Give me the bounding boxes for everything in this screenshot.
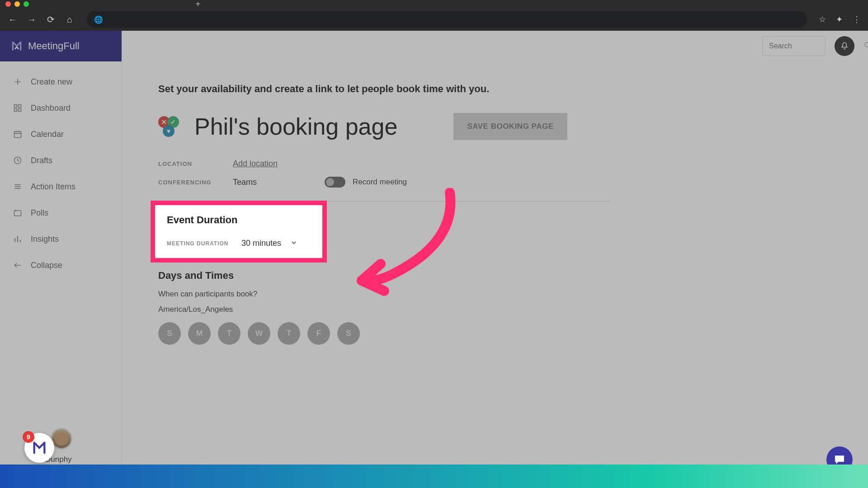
brand-header: MeetingFull [0, 31, 122, 61]
booking-page-icon: ✕ ✓ ♥ [158, 116, 179, 137]
conferencing-value[interactable]: Teams [233, 178, 257, 187]
day-wed[interactable]: W [248, 322, 270, 345]
conferencing-row: CONFERENCING Teams Record meeting [158, 177, 832, 188]
sidebar-item-calendar[interactable]: Calendar [0, 121, 122, 147]
day-sun[interactable]: S [158, 322, 181, 345]
sidebar-item-label: Insights [31, 235, 59, 244]
sidebar-item-dashboard[interactable]: Dashboard [0, 95, 122, 121]
record-label: Record meeting [353, 178, 407, 187]
browser-toolbar: ← → ⟳ ⌂ 🌐 ☆ ✦ ⋮ [0, 8, 868, 31]
app-logo-icon [32, 440, 47, 455]
back-button[interactable]: ← [7, 14, 18, 25]
sidebar-item-label: Create new [31, 77, 72, 87]
plus-icon [13, 77, 23, 87]
annotation-arrow [339, 188, 466, 305]
brand-logo-icon [11, 40, 23, 52]
svg-rect-1 [19, 105, 21, 108]
event-duration-title: Event Duration [167, 214, 311, 226]
day-mon[interactable]: M [188, 322, 211, 345]
topbar [122, 31, 868, 61]
badge-count: 9 [23, 431, 34, 443]
days-times-title: Days and Times [158, 270, 832, 282]
sidebar-item-label: Calendar [31, 130, 64, 139]
bars-icon [13, 234, 23, 244]
search-icon [864, 42, 868, 51]
svg-rect-2 [14, 109, 17, 112]
title-row: ✕ ✓ ♥ Phil's booking page SAVE BOOKING P… [158, 113, 832, 140]
minimize-window-button[interactable] [14, 1, 20, 7]
bell-icon [840, 42, 849, 51]
app-container: MeetingFull Create new Dashboard Calenda… [0, 31, 868, 488]
forward-button[interactable]: → [26, 14, 37, 25]
app-badge[interactable]: 9 [24, 433, 54, 463]
timezone-value[interactable]: America/Los_Angeles [158, 305, 832, 314]
record-toggle[interactable] [325, 177, 345, 188]
meeting-duration-label: MEETING DURATION [167, 240, 241, 247]
sidebar-item-action-items[interactable]: Action Items [0, 174, 122, 200]
main-content: Set your availability and create a link … [122, 61, 868, 488]
poll-icon [13, 208, 23, 218]
add-location-link[interactable]: Add location [233, 159, 278, 169]
reload-button[interactable]: ⟳ [45, 14, 56, 25]
location-row: LOCATION Add location [158, 159, 832, 169]
new-tab-button[interactable]: + [195, 0, 201, 9]
svg-rect-3 [19, 109, 21, 112]
brand-name: MeetingFull [28, 40, 80, 52]
notifications-button[interactable] [835, 36, 854, 56]
meeting-duration-row: MEETING DURATION 30 minutes [167, 239, 311, 248]
sidebar-item-label: Dashboard [31, 103, 71, 113]
svg-point-7 [865, 42, 868, 47]
svg-rect-6 [14, 211, 21, 216]
location-label: LOCATION [158, 160, 233, 167]
day-sat[interactable]: S [337, 322, 360, 345]
home-button[interactable]: ⌂ [64, 14, 75, 25]
search-input[interactable] [762, 36, 826, 56]
event-duration-section: Event Duration MEETING DURATION 30 minut… [151, 202, 326, 262]
sidebar-nav: Create new Dashboard Calendar Drafts Act… [0, 61, 122, 286]
page-intro: Set your availability and create a link … [158, 83, 832, 95]
page-title: Phil's booking page [194, 113, 397, 140]
sidebar-item-label: Action Items [31, 182, 75, 192]
sidebar-item-collapse[interactable]: Collapse [0, 252, 122, 278]
arrow-left-icon [13, 260, 23, 270]
browser-tab-strip: + [0, 0, 868, 8]
address-bar[interactable]: 🌐 [87, 11, 807, 28]
clock-icon [13, 155, 23, 165]
conferencing-label: CONFERENCING [158, 179, 233, 186]
sidebar-item-label: Collapse [31, 261, 62, 270]
day-thu[interactable]: T [278, 322, 300, 345]
sidebar-item-polls[interactable]: Polls [0, 200, 122, 226]
maybe-icon: ♥ [163, 125, 175, 137]
sidebar-item-label: Drafts [31, 156, 52, 165]
svg-rect-4 [14, 131, 21, 137]
day-fri[interactable]: F [307, 322, 330, 345]
meeting-duration-value[interactable]: 30 minutes [241, 239, 281, 248]
sidebar-item-label: Polls [31, 208, 48, 218]
days-row: S M T W T F S [158, 322, 832, 345]
site-info-icon: 🌐 [94, 15, 103, 24]
extensions-icon[interactable]: ✦ [836, 14, 843, 24]
days-times-sub: When can participants book? [158, 290, 832, 299]
browser-menu-icon[interactable]: ⋮ [853, 14, 861, 24]
sidebar: MeetingFull Create new Dashboard Calenda… [0, 31, 122, 488]
window-controls [5, 1, 29, 7]
maximize-window-button[interactable] [24, 1, 29, 7]
sidebar-item-drafts[interactable]: Drafts [0, 147, 122, 174]
bookmark-icon[interactable]: ☆ [819, 14, 826, 24]
chevron-down-icon[interactable] [290, 239, 297, 248]
sidebar-item-create-new[interactable]: Create new [0, 69, 122, 95]
list-icon [13, 182, 23, 192]
grid-icon [13, 103, 23, 113]
calendar-icon [13, 129, 23, 139]
close-window-button[interactable] [5, 1, 11, 7]
svg-rect-0 [14, 105, 17, 108]
sidebar-item-insights[interactable]: Insights [0, 226, 122, 252]
save-button[interactable]: SAVE BOOKING PAGE [453, 113, 567, 140]
bottom-gradient-bar [0, 465, 868, 488]
day-tue[interactable]: T [218, 322, 241, 345]
